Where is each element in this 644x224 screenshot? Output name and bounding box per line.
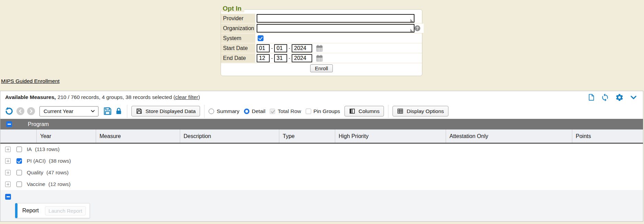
end-date-row: End Date - - xyxy=(221,53,422,63)
available-measures-panel: Available Measures, 210 / 760 records, 4… xyxy=(0,91,643,222)
mips-guided-enrollment-link[interactable]: MIPS Guided Enrollment xyxy=(1,78,60,84)
end-year-input[interactable] xyxy=(292,54,312,62)
opt-in-title: Opt In xyxy=(222,5,244,12)
column-header-type[interactable]: Type xyxy=(279,129,335,143)
table-row-vaccine: Vaccine (12 rows) xyxy=(0,178,643,190)
report-tab-label: Report xyxy=(22,208,39,214)
expand-row-icon[interactable] xyxy=(5,170,11,175)
row-checkbox[interactable] xyxy=(16,170,22,175)
start-date-row: Start Date - - xyxy=(221,43,422,53)
column-header-measure[interactable]: Measure xyxy=(96,129,180,143)
pin-groups-option: Pin Groups xyxy=(306,108,340,114)
launch-report-button: Launch Report xyxy=(45,206,86,215)
chevron-down-icon xyxy=(91,109,95,113)
summary-radio[interactable] xyxy=(209,109,214,114)
organization-label: Organization xyxy=(221,24,255,33)
provider-input[interactable] xyxy=(257,14,414,23)
collapse-panel-chevron-icon[interactable] xyxy=(630,94,637,101)
toolbar-separator xyxy=(127,105,127,118)
column-header-description[interactable]: Description xyxy=(180,129,279,143)
start-day-input[interactable] xyxy=(274,44,287,52)
help-icon[interactable]: ? xyxy=(414,25,420,31)
row-checkbox[interactable] xyxy=(16,158,22,164)
column-header-attestation-only[interactable]: Attestation Only xyxy=(446,129,572,143)
panel-title: Available Measures, xyxy=(5,94,56,100)
provider-label: Provider xyxy=(221,14,255,23)
panel-header-icons xyxy=(587,93,637,102)
collapse-group-button[interactable] xyxy=(6,121,12,127)
year-select-value: Current Year xyxy=(44,108,91,114)
date-separator: - xyxy=(271,45,273,51)
display-options-button[interactable]: Display Options xyxy=(393,106,448,116)
row-checkbox[interactable] xyxy=(16,147,22,152)
table-row-quality: Quality (47 rows) xyxy=(0,167,643,178)
undo-icon[interactable] xyxy=(4,107,14,116)
toolbar-separator xyxy=(388,105,388,118)
expand-row-icon[interactable] xyxy=(5,182,11,187)
calendar-icon[interactable] xyxy=(315,54,324,62)
pin-groups-checkbox[interactable] xyxy=(306,109,311,114)
column-header-row: Year Measure Description Type High Prior… xyxy=(0,129,643,144)
next-button xyxy=(27,107,35,115)
date-separator: - xyxy=(289,45,290,51)
column-header-year[interactable]: Year xyxy=(36,129,96,143)
program-group-band: Program xyxy=(0,119,643,129)
system-label: System xyxy=(221,34,255,43)
collapse-section-button[interactable] xyxy=(5,194,11,200)
store-displayed-data-button[interactable]: Store Displayed Data xyxy=(131,106,200,116)
date-separator: - xyxy=(289,55,290,61)
lock-icon[interactable] xyxy=(115,107,123,115)
detail-radio[interactable] xyxy=(244,109,249,114)
total-row-checkbox xyxy=(270,109,275,114)
column-header-spacer xyxy=(0,129,36,143)
column-header-high-priority[interactable]: High Priority xyxy=(335,129,446,143)
enroll-button[interactable]: Enroll xyxy=(310,64,333,72)
expand-row-icon[interactable] xyxy=(5,158,11,164)
organization-input[interactable] xyxy=(257,24,414,33)
panel-footer: Report Launch Report xyxy=(0,190,643,221)
clear-filter-link[interactable]: clear filter xyxy=(175,94,198,100)
display-options-grid-icon xyxy=(397,108,403,114)
opt-in-form: Opt In Provider Organization ? System St… xyxy=(221,9,422,76)
start-month-input[interactable] xyxy=(257,44,270,52)
table-row-pi-aci: PI (ACI) (38 rows) xyxy=(0,155,643,167)
system-checkbox[interactable] xyxy=(258,35,264,41)
detail-option: Detail xyxy=(244,108,266,114)
total-row-option: Total Row xyxy=(270,108,301,114)
organization-row: Organization ? xyxy=(221,24,422,34)
end-date-label: End Date xyxy=(221,53,255,63)
provider-row: Provider xyxy=(221,14,422,24)
columns-icon xyxy=(349,108,355,114)
columns-button[interactable]: Columns xyxy=(344,106,384,116)
group-band-label: Program xyxy=(28,121,49,127)
table-row-ia: IA (113 rows) xyxy=(0,144,643,155)
settings-gear-icon[interactable] xyxy=(615,93,624,102)
panel-header: Available Measures, 210 / 760 records, 4… xyxy=(0,91,643,103)
end-month-input[interactable] xyxy=(257,54,270,62)
previous-button xyxy=(16,107,24,115)
summary-option: Summary xyxy=(209,108,239,114)
calendar-icon[interactable] xyxy=(315,44,324,52)
start-date-label: Start Date xyxy=(221,43,255,53)
expand-row-icon[interactable] xyxy=(5,147,11,152)
save-icon[interactable] xyxy=(103,107,112,116)
enroll-row: Enroll xyxy=(221,63,422,73)
toolbar: Current Year Store Displayed Data Summar… xyxy=(0,103,643,119)
report-tab[interactable]: Report Launch Report xyxy=(15,203,90,218)
save-icon xyxy=(136,108,142,114)
system-row: System xyxy=(221,34,422,43)
toolbar-separator xyxy=(204,105,204,118)
refresh-icon[interactable] xyxy=(601,93,609,102)
row-checkbox[interactable] xyxy=(16,182,22,187)
column-header-points[interactable]: Points xyxy=(572,129,643,143)
start-year-input[interactable] xyxy=(292,44,312,52)
end-day-input[interactable] xyxy=(274,54,287,62)
panel-subtitle: 210 / 760 records, 4 groups, 38 records … xyxy=(58,94,175,100)
new-page-icon[interactable] xyxy=(587,93,595,101)
year-select[interactable]: Current Year xyxy=(39,106,98,116)
report-accent-bar xyxy=(15,203,17,218)
date-separator: - xyxy=(271,55,273,61)
